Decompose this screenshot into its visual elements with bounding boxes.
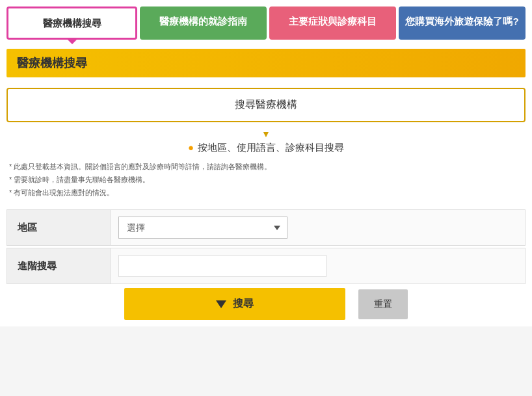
region-control-cell: 選擇 東京 大阪 京都 (111, 209, 525, 246)
search-box-title: 搜尋醫療機構 (21, 98, 511, 112)
search-option: 按地區、使用語言、診療科目搜尋 (7, 142, 525, 154)
reset-button[interactable]: 重置 (358, 289, 408, 319)
tab-visit-guide[interactable]: 醫療機構的就診指南 (140, 7, 267, 40)
advanced-search-input[interactable] (118, 255, 326, 277)
region-row: 地區 選擇 東京 大阪 京都 (7, 209, 525, 246)
nav-tabs: 醫療機構搜尋 醫療機構的就診指南 主要症狀與診療科目 您購買海外旅遊保險了嗎? (7, 7, 525, 40)
advanced-row: 進階搜尋 (7, 248, 525, 284)
buttons-row: 搜尋 重置 (7, 288, 525, 320)
note-line-2: * 需要就診時，請盡量事先聯給各醫療機構。 (9, 174, 523, 187)
search-button[interactable]: 搜尋 (124, 288, 345, 320)
search-form: 地區 選擇 東京 大阪 京都 進階搜尋 (7, 209, 525, 284)
note-line-3: * 有可能會出現無法應對的情況。 (9, 187, 523, 200)
region-label: 地區 (7, 209, 111, 246)
search-arrow: ▼ (7, 129, 525, 139)
section-title: 醫療機構搜尋 (17, 55, 515, 71)
search-box: 搜尋醫療機構 (7, 88, 525, 122)
tab-symptoms[interactable]: 主要症狀與診療科目 (269, 7, 396, 40)
search-button-label: 搜尋 (233, 297, 254, 311)
region-select[interactable]: 選擇 東京 大阪 京都 (118, 217, 287, 239)
advanced-label: 進階搜尋 (7, 248, 111, 284)
section-header: 醫療機構搜尋 (7, 49, 525, 77)
advanced-control-cell (111, 248, 525, 284)
notes: * 此處只登載基本資訊。關於個語言的應對及診療時間等詳情，請諮詢各醫療機構。 *… (7, 161, 525, 199)
tab-medical-search[interactable]: 醫療機構搜尋 (7, 7, 137, 40)
tab-travel-insurance[interactable]: 您購買海外旅遊保險了嗎? (399, 7, 525, 40)
note-line-1: * 此處只登載基本資訊。關於個語言的應對及診療時間等詳情，請諮詢各醫療機構。 (9, 161, 523, 174)
search-arrow-icon (216, 300, 226, 308)
reset-button-label: 重置 (374, 298, 392, 309)
